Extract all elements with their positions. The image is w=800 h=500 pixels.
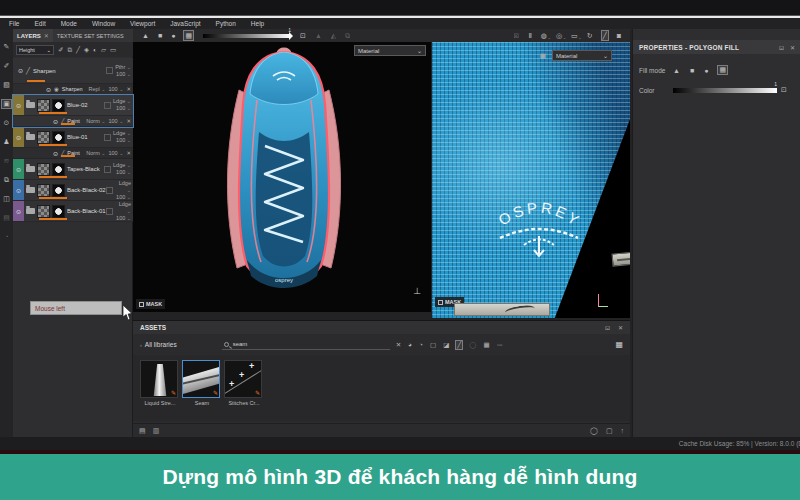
layer-thumbnail[interactable] — [37, 163, 50, 176]
paint-sub-row[interactable]: ⊙ ╱ Paint Norm ⌄ 100 ⌄ ✕ — [13, 116, 133, 127]
blend-mode[interactable]: Ldge ⌄ — [115, 201, 131, 215]
close-icon[interactable]: ✕ — [44, 32, 49, 39]
add-smart-material-icon[interactable]: ◈ — [84, 46, 89, 53]
layer-color-tag[interactable]: ⊙ — [13, 180, 24, 200]
shader-settings-icon[interactable]: ◎ — [556, 31, 562, 40]
color-gradient-slider[interactable]: 1 — [673, 88, 777, 93]
slider-knob[interactable] — [289, 32, 293, 40]
polygon-fill-tool-icon[interactable]: ▣ — [2, 100, 11, 108]
visibility-eye-icon[interactable]: ⊙ — [16, 187, 21, 194]
asset-card[interactable]: + + + ✎ Stitches Cr... — [224, 360, 264, 406]
uv-chunk-fill-icon[interactable]: ▦ — [718, 66, 727, 74]
add-paint-layer-icon[interactable]: ╱ — [76, 46, 80, 53]
visibility-eye-icon[interactable]: ⊙ — [16, 134, 21, 141]
add-smart-mask-icon[interactable]: ◐ — [93, 46, 97, 53]
export-resources-icon[interactable]: ▥ — [153, 427, 160, 435]
backpack-3d-model[interactable]: osprey — [133, 42, 431, 312]
asset-thumbnail-seam[interactable]: ✎ — [182, 360, 220, 398]
delete-layer-icon[interactable]: ▭ — [110, 46, 116, 53]
layer-thumbnail[interactable] — [37, 99, 50, 112]
remove-icon[interactable]: ✕ — [126, 150, 131, 156]
opacity-value[interactable]: 100 ⌄ — [113, 169, 131, 176]
layer-color-tag[interactable]: ⊙ — [13, 201, 24, 221]
pencil-display-icon[interactable]: ╱ — [602, 31, 608, 40]
layer-row[interactable]: ⊙ Back-Black-01 Ldge ⌄ 100 ⌄ — [13, 201, 133, 222]
smudge-tool-icon[interactable]: ⊙ — [4, 119, 10, 127]
import-resources-icon[interactable]: ▤ — [139, 427, 146, 435]
dock-icon[interactable]: ⊡ — [779, 44, 784, 51]
layer-row[interactable]: ⊙ Blue-02 Ldge ⌄ 100 ⌄ — [13, 95, 133, 116]
menu-file[interactable]: File — [9, 20, 19, 27]
menu-help[interactable]: Help — [251, 20, 264, 27]
filter-particles-icon[interactable]: ◯ — [469, 341, 476, 349]
effect-row[interactable]: ⊙ ◉ Sharpen Repl ⌄ 100 ⌄ ✕ — [13, 84, 133, 95]
filter-textures-icon[interactable]: ◪ — [443, 341, 449, 349]
search-input[interactable]: seam — [222, 339, 390, 350]
opacity-value[interactable]: 100 ⌄ — [113, 105, 131, 112]
asset-thumbnail-stitches[interactable]: + + + ✎ — [224, 360, 262, 398]
visibility-eye-icon[interactable]: ⊙ — [16, 208, 21, 215]
add-folder-icon[interactable]: ▱ — [101, 46, 106, 53]
viewport-2d[interactable]: OSPREY Material ⌄ ▦ MASK — [432, 42, 630, 318]
color-preset-icon[interactable]: ⊡ — [781, 86, 787, 94]
add-effect-icon[interactable]: ✐ — [58, 46, 63, 53]
material-selector-2d[interactable]: Material ⌄ — [552, 50, 612, 61]
paint-brush-tool-icon[interactable]: ✎ — [4, 43, 10, 51]
add-fill-layer-icon[interactable]: ⧉ — [67, 46, 72, 53]
material-selector-3d[interactable]: Material ⌄ — [354, 45, 426, 56]
normal-orientation-icon[interactable]: ▲ — [315, 31, 322, 40]
layer-row[interactable]: ⊙ ╱ Sharpen Pthr ⌄ 100 ⌄ — [13, 58, 133, 84]
tiling-icon[interactable]: ▦ — [540, 52, 546, 59]
export-tool-icon[interactable]: ⧉ — [4, 176, 9, 184]
paint-sub-row[interactable]: ⊙ ╱ Paint Norm ⌄ 100 ⌄ ✕ — [13, 148, 133, 159]
blend-mode[interactable]: Norm ⌄ — [86, 150, 105, 156]
backface-icon[interactable]: ◭ — [331, 31, 336, 40]
material-picker-tool-icon[interactable]: ▤ — [3, 214, 10, 222]
menu-javascript[interactable]: JavaScript — [170, 20, 200, 27]
quad-fill-icon[interactable]: ■ — [158, 31, 162, 40]
visibility-eye-icon[interactable]: ⊙ — [53, 118, 58, 125]
layer-color-tag[interactable]: ⊙ — [13, 95, 24, 115]
layer-thumbnail[interactable] — [37, 184, 50, 197]
mask-thumbnail[interactable] — [52, 131, 65, 144]
triangle-fill-icon[interactable]: ▲ — [673, 67, 680, 74]
layer-row[interactable]: ⊙ Blue-01 Ldge ⌄ 100 ⌄ — [13, 127, 133, 148]
clone-tool-icon[interactable]: ♟ — [3, 138, 9, 146]
extra-tool-icon[interactable]: ◔ — [4, 233, 8, 241]
tab-layers[interactable]: LAYERS ✕ — [13, 29, 53, 42]
falloff-slider[interactable]: 1 — [203, 34, 291, 38]
visibility-eye-icon[interactable]: ⊙ — [18, 67, 23, 74]
visibility-eye-icon[interactable]: ⊙ — [16, 102, 21, 109]
layer-row[interactable]: ⊙ Tapes-Black Ldge ⌄ 100 ⌄ — [13, 159, 133, 180]
screenshot-camera-icon[interactable]: ◙ — [617, 31, 621, 40]
expand-selection-icon[interactable]: ⧉ — [345, 31, 350, 40]
layer-thumbnail[interactable] — [37, 131, 50, 144]
opacity-value[interactable]: 100 ⌄ — [115, 71, 131, 78]
remove-effect-icon[interactable]: ✕ — [126, 86, 131, 92]
mask-thumbnail[interactable] — [52, 99, 65, 112]
mask-thumbnail[interactable] — [52, 184, 65, 197]
new-page-icon[interactable]: ▢ — [606, 427, 613, 435]
tab-texture-set-settings[interactable]: TEXTURE SET SETTINGS — [53, 33, 128, 39]
dock-icon[interactable]: ⊡ — [605, 324, 610, 331]
channel-selector[interactable]: Height ⌄ — [16, 45, 54, 55]
triangle-fill-icon[interactable]: ▲ — [142, 31, 149, 40]
library-selector[interactable]: › All libraries — [140, 341, 177, 348]
filter-smart-materials-icon[interactable]: ◔ — [419, 341, 423, 349]
opacity-value[interactable]: 100 ⌄ — [115, 194, 131, 201]
opacity-value[interactable]: 100 ⌄ — [113, 137, 131, 144]
remove-icon[interactable]: ✕ — [126, 118, 131, 124]
layer-color-tag[interactable]: ⊙ — [13, 159, 24, 179]
grid-view-icon[interactable]: ▦ — [615, 340, 623, 349]
stamp-tool-icon[interactable]: ◫ — [3, 195, 10, 203]
camera-settings-icon[interactable]: ▭ — [571, 31, 578, 40]
symmetry-icon[interactable]: ⊠ — [514, 31, 520, 40]
pause-engine-icon[interactable]: Ⅱ — [528, 31, 531, 40]
opacity-value[interactable]: 100 ⌄ — [108, 86, 123, 92]
mask-thumbnail[interactable] — [52, 205, 65, 218]
mesh-fill-icon[interactable]: ● — [171, 31, 175, 40]
asset-thumbnail-liquid[interactable]: ✎ — [140, 360, 178, 398]
material-mode-icon[interactable]: ◍ — [541, 31, 547, 40]
blend-mode[interactable]: Norm ⌄ — [86, 118, 105, 124]
visibility-eye-icon[interactable]: ⊙ — [53, 150, 58, 157]
